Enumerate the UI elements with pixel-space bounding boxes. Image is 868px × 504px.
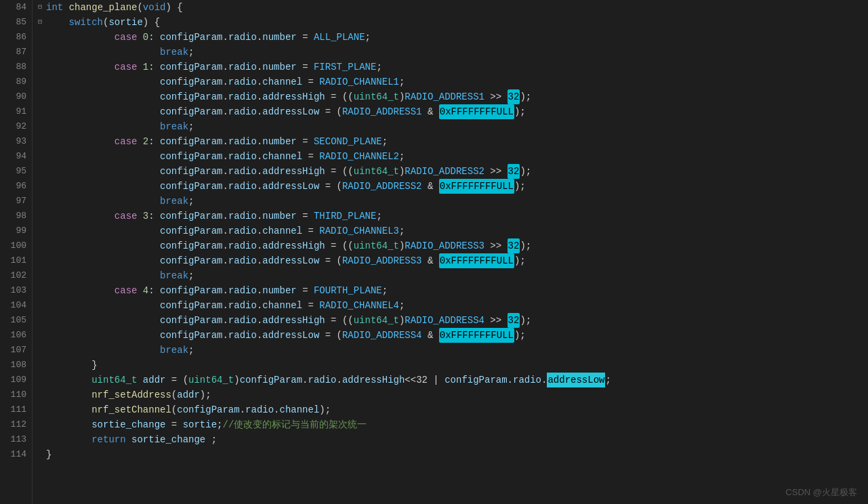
fold-icon-empty-99: [38, 224, 46, 238]
token-number103: number: [262, 283, 296, 298]
fold-icon-empty-109: [38, 373, 46, 387]
fold-icon-empty-110: [38, 387, 46, 402]
fold-icon-empty-108: [38, 358, 46, 373]
token-paren2: ) {: [165, 0, 182, 15]
code-line-105: configParam . radio . addressHigh = (( u…: [38, 313, 868, 328]
fold-icon-empty-94: [38, 149, 46, 164]
indent106: [46, 328, 160, 343]
token-uint64_t105: uint64_t: [354, 313, 399, 328]
token-indent: [46, 15, 69, 30]
token-0xFFFFFFFFULL-101: 0xFFFFFFFFULL: [439, 253, 514, 268]
op95: >>: [484, 164, 508, 179]
token-radio88: radio: [228, 60, 257, 75]
token-channel104: channel: [262, 298, 302, 313]
code-line-91: configParam . radio . addressLow = ( RAD…: [38, 104, 868, 119]
indent105: [46, 313, 160, 328]
token-radio91: radio: [228, 104, 257, 119]
colon88: :: [148, 60, 160, 75]
indent101: [46, 253, 160, 268]
eq103: =: [297, 283, 314, 298]
token-configParam104: configParam: [160, 298, 222, 313]
fold-icon-empty-91: [38, 104, 46, 119]
token-addressHigh100: addressHigh: [262, 238, 325, 253]
fold-icon-84[interactable]: ⊟: [38, 0, 46, 15]
code-line-112: sortie_change = sortie ; //使改变的标记与当前的架次统…: [38, 417, 868, 432]
indent93: [46, 134, 115, 149]
token-radio94: radio: [228, 149, 257, 164]
dot104a: .: [222, 298, 228, 313]
fold-icon-empty-95: [38, 164, 46, 179]
indent102: [46, 268, 160, 283]
token-configParam109: configParam: [240, 373, 302, 387]
token-number93: number: [262, 134, 296, 149]
code-line-102: break ;: [38, 268, 868, 283]
dot94b: .: [257, 149, 262, 164]
code-line-104: configParam . radio . channel = RADIO_CH…: [38, 298, 868, 313]
token-break102: break: [160, 268, 188, 283]
token-case3: case: [115, 209, 138, 224]
token-configParam100: configParam: [160, 238, 222, 253]
token-uint64_t109: uint64_t: [91, 373, 137, 387]
semi98: ;: [376, 209, 381, 224]
semi86: ;: [365, 30, 371, 45]
code-area[interactable]: ⊟ int change_plane ( void ) { ⊟ switch (…: [33, 0, 868, 504]
dot96a: .: [222, 179, 228, 194]
op100: >>: [484, 238, 508, 253]
token-RADIO_CHANNEL2: RADIO_CHANNEL2: [319, 149, 399, 164]
fold-icon-empty-89: [38, 75, 46, 89]
token-radio109: radio: [308, 373, 337, 387]
token-radio104: radio: [228, 298, 257, 313]
eq99: =: [302, 224, 319, 238]
token-RADIO_ADDRESS2-96: RADIO_ADDRESS2: [342, 179, 422, 194]
end96: );: [514, 179, 526, 194]
fold-icon-empty-88: [38, 60, 46, 75]
token-addr: addr: [143, 373, 166, 387]
semi88: ;: [376, 60, 381, 75]
code-line-93: case 2 : configParam . radio . number = …: [38, 134, 868, 149]
semi94: ;: [399, 149, 405, 164]
end100: );: [520, 238, 531, 253]
amp96: &: [422, 179, 439, 194]
token-void: void: [143, 0, 166, 15]
token-4: 4: [143, 283, 148, 298]
fold-icon-empty-104: [38, 298, 46, 313]
fold-icon-85[interactable]: ⊟: [38, 15, 46, 30]
token-number86: number: [262, 30, 296, 45]
token-radio95: radio: [228, 164, 257, 179]
fold-icon-empty-101: [38, 253, 46, 268]
ln-114: 114: [5, 447, 26, 462]
token-radio99: radio: [228, 224, 257, 238]
token-addr110: addr: [177, 387, 200, 402]
token-channel89: channel: [262, 75, 302, 89]
token-configParam88: configParam: [160, 60, 222, 75]
token-break97: break: [160, 194, 188, 209]
token-ALL_PLANE: ALL_PLANE: [314, 30, 365, 45]
fold-icon-empty-102: [38, 268, 46, 283]
space113: [126, 432, 131, 447]
code-line-90: configParam . radio . addressHigh = (( u…: [38, 89, 868, 104]
eq94: =: [302, 149, 319, 164]
indent91: [46, 104, 160, 119]
eq96: = (: [319, 179, 342, 194]
space109: [137, 373, 142, 387]
semi93: ;: [382, 134, 388, 149]
code-line-106: configParam . radio . addressLow = ( RAD…: [38, 328, 868, 343]
token-configParam95: configParam: [160, 164, 222, 179]
dot109a: .: [302, 373, 308, 387]
eq109: = (: [165, 373, 188, 387]
semi87: ;: [188, 45, 194, 60]
token-radio96: radio: [228, 179, 257, 194]
indent111: [46, 402, 91, 417]
token-channel99: channel: [262, 224, 302, 238]
ln-96: 96: [5, 179, 26, 194]
paren100: ): [399, 238, 405, 253]
ln-108: 108: [5, 358, 26, 373]
eq90: = ((: [325, 89, 354, 104]
semi112a: ;: [217, 417, 222, 432]
token-radio90: radio: [228, 89, 257, 104]
dot100a: .: [222, 238, 228, 253]
token-SECOND_PLANE: SECOND_PLANE: [314, 134, 382, 149]
token-comment112: //使改变的标记与当前的架次统一: [222, 417, 367, 432]
dot88a: .: [222, 60, 228, 75]
ln-89: 89: [5, 75, 26, 89]
